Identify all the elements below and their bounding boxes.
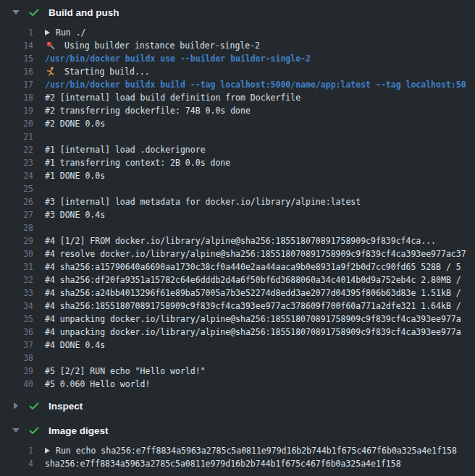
log-text: #3 DONE 0.4s	[45, 210, 105, 220]
log-line: 27#3 DONE 0.4s	[0, 208, 475, 221]
chevron-down-icon	[12, 10, 20, 14]
log-text: #5 [2/2] RUN echo "Hello world!"	[45, 366, 206, 376]
log-line: 14Using builder instance builder-single-…	[0, 39, 475, 52]
log-text: /usr/bin/docker buildx use --builder bui…	[45, 54, 311, 64]
line-number[interactable]: 33	[0, 288, 33, 298]
log-text: sha256:e7ff8834a5963a2785c5a0811e979d16b…	[45, 459, 401, 469]
chevron-down-icon	[12, 428, 20, 433]
line-number[interactable]: 29	[0, 236, 33, 246]
log-text: #4 sha256:a15790640a6690aa1730c38cf0a440…	[45, 262, 461, 272]
line-number[interactable]: 40	[0, 379, 33, 389]
line-number[interactable]: 20	[0, 119, 33, 129]
log-line: 19#2 transferring dockerfile: 74B 0.0s d…	[0, 104, 475, 117]
log-line: 40#5 0.060 Hello world!	[0, 378, 475, 391]
line-number[interactable]: 25	[0, 184, 33, 194]
line-number[interactable]: 38	[0, 353, 33, 363]
log-line: 1Run ./	[0, 26, 475, 39]
line-number[interactable]: 14	[0, 41, 33, 51]
line-number[interactable]: 19	[0, 106, 33, 116]
line-number[interactable]: 36	[0, 327, 33, 337]
log-text: #5 0.060 Hello world!	[45, 379, 150, 389]
line-number[interactable]: 23	[0, 158, 33, 168]
log-text: #4 DONE 0.4s	[45, 340, 105, 350]
line-number[interactable]: 4	[0, 459, 33, 469]
log-line: 22#1 [internal] load .dockerignore	[0, 143, 475, 156]
log-line: 25	[0, 182, 475, 195]
log-line: 32#4 sha256:df20fa9351a15782c64e6dddb2d4…	[0, 273, 475, 286]
line-number[interactable]: 15	[0, 54, 33, 64]
log-line-text: sha256:e7ff8834a5963a2785c5a0811e979d16b…	[45, 459, 401, 469]
log-line: 26#3 [internal] load metadata for docker…	[0, 195, 475, 208]
log-text: #1 transferring context: 2B 0.0s done	[45, 158, 230, 168]
line-number[interactable]: 32	[0, 275, 33, 285]
log-line: 33#4 sha256:a24bb4013296f61e89ba57005a7b…	[0, 286, 475, 299]
log-line-text: Using builder instance builder-single-2	[45, 40, 260, 51]
group-header-build-and-push[interactable]: Build and push	[0, 0, 475, 25]
log-text: Starting build...	[64, 67, 150, 77]
log-line-text: #4 sha256:a24bb4013296f61e89ba57005a7b3e…	[45, 288, 461, 298]
log-text: #4 unpacking docker.io/library/alpine@sh…	[45, 327, 461, 337]
log-line-text: Starting build...	[45, 66, 150, 77]
log-line: 4sha256:e7ff8834a5963a2785c5a0811e979d16…	[0, 457, 475, 470]
line-number[interactable]: 21	[0, 132, 33, 142]
group-title: Image digest	[49, 425, 109, 436]
log-text: #4 sha256:df20fa9351a15782c64e6dddb2d4a6…	[45, 275, 461, 285]
line-number[interactable]: 24	[0, 171, 33, 181]
run-expander-icon[interactable]	[45, 448, 50, 454]
log-text: #4 [1/2] FROM docker.io/library/alpine@s…	[45, 236, 436, 246]
log-text: #1 DONE 0.0s	[45, 171, 105, 181]
log-text: Run echo sha256:e7ff8834a5963a2785c5a081…	[56, 446, 457, 456]
log-line: 16Starting build...	[0, 65, 475, 78]
log-lines: 1Run echo sha256:e7ff8834a5963a2785c5a08…	[0, 443, 475, 473]
log-line-text: #3 DONE 0.4s	[45, 210, 105, 220]
line-number[interactable]: 1	[0, 446, 33, 456]
log-line-text: #4 unpacking docker.io/library/alpine@sh…	[45, 327, 461, 337]
log-line-text: #3 [internal] load metadata for docker.i…	[45, 197, 361, 207]
line-number[interactable]: 27	[0, 210, 33, 220]
line-number[interactable]: 28	[0, 223, 33, 233]
log-text: #2 transferring dockerfile: 74B 0.0s don…	[45, 106, 251, 116]
log-line: 37#4 DONE 0.4s	[0, 339, 475, 352]
log-line: 18#2 [internal] load build definition fr…	[0, 91, 475, 104]
log-line-text: #2 transferring dockerfile: 74B 0.0s don…	[45, 106, 251, 116]
log-line-text: #1 [internal] load .dockerignore	[45, 145, 206, 155]
log-text: #2 DONE 0.0s	[45, 119, 105, 129]
log-group-build-and-push: Build and push 1Run ./14Using builder in…	[0, 0, 475, 394]
log-line: 21	[0, 130, 475, 143]
actions-log-viewer: Build and push 1Run ./14Using builder in…	[0, 0, 475, 476]
log-text: Run ./	[56, 27, 86, 38]
log-line: 35#4 unpacking docker.io/library/alpine@…	[0, 313, 475, 326]
group-header-image-digest[interactable]: Image digest	[0, 418, 475, 443]
log-line: 39#5 [2/2] RUN echo "Hello world!"	[0, 365, 475, 378]
runner-icon	[45, 66, 56, 77]
line-number[interactable]: 22	[0, 145, 33, 155]
line-number[interactable]: 37	[0, 340, 33, 350]
line-number[interactable]: 39	[0, 366, 33, 376]
line-number[interactable]: 18	[0, 93, 33, 103]
log-line-text: #5 [2/2] RUN echo "Hello world!"	[45, 366, 206, 376]
group-header-inspect[interactable]: Inspect	[0, 394, 475, 418]
log-line-text: #1 DONE 0.0s	[45, 171, 105, 181]
line-number[interactable]: 31	[0, 262, 33, 272]
line-number[interactable]: 26	[0, 197, 33, 207]
group-title: Build and push	[49, 7, 119, 18]
line-number[interactable]: 16	[0, 67, 33, 77]
log-line: 30#4 resolve docker.io/library/alpine@sh…	[0, 247, 475, 260]
line-number[interactable]: 35	[0, 314, 33, 324]
run-expander-icon[interactable]	[45, 30, 50, 35]
line-number[interactable]: 1	[0, 27, 33, 38]
log-line-text: #4 sha256:a15790640a6690aa1730c38cf0a440…	[45, 262, 461, 272]
log-line-text: /usr/bin/docker buildx build --tag local…	[45, 80, 466, 90]
log-line: 29#4 [1/2] FROM docker.io/library/alpine…	[0, 234, 475, 247]
success-check-icon	[28, 425, 40, 436]
log-line-text: #4 DONE 0.4s	[45, 340, 105, 350]
success-check-icon	[28, 400, 40, 412]
log-line-text: #1 transferring context: 2B 0.0s done	[45, 158, 230, 168]
line-number[interactable]: 30	[0, 249, 33, 259]
line-number[interactable]: 17	[0, 80, 33, 90]
line-number[interactable]: 34	[0, 301, 33, 311]
log-line: 17/usr/bin/docker buildx build --tag loc…	[0, 78, 475, 91]
log-line: 36#4 unpacking docker.io/library/alpine@…	[0, 326, 475, 339]
group-title: Inspect	[49, 401, 83, 412]
log-text: #4 sha256:a24bb4013296f61e89ba57005a7b3e…	[45, 288, 461, 298]
